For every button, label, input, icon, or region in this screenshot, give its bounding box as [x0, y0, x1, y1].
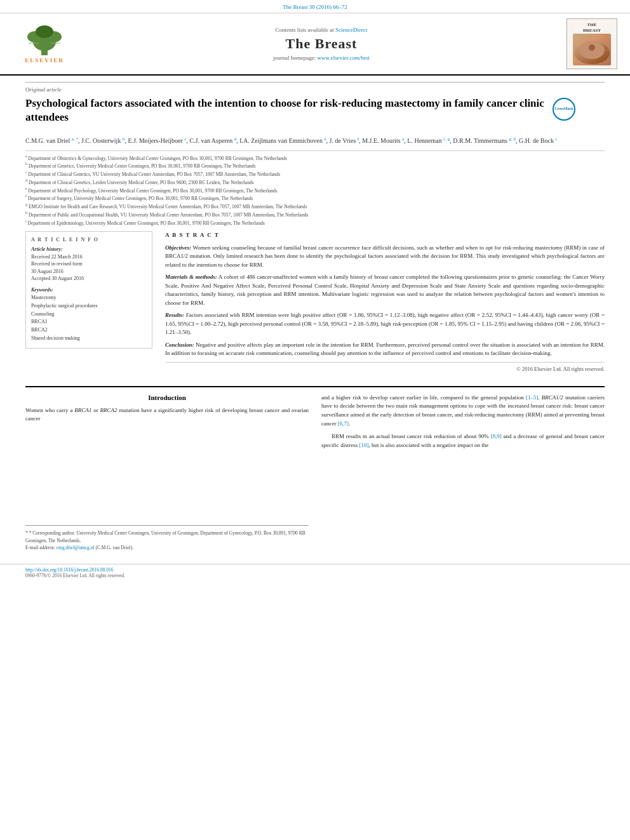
article-type: Original article [25, 82, 605, 93]
history-label: Article history: [31, 246, 147, 252]
abstract-objectives: Objectives: Women seeking counseling bec… [165, 244, 605, 270]
affil-h: Department of Public and Occupational He… [29, 211, 308, 217]
intro-heading: Introduction [25, 394, 309, 401]
affil-d: Department of Clinical Genetics, Leiden … [29, 179, 254, 185]
keyword-mastectomy: Mastectomy [31, 294, 147, 302]
homepage-link[interactable]: www.elsevier.com/brst [318, 55, 370, 61]
keyword-shared-decision: Shared decision making [31, 335, 147, 343]
article-info-abstract: A R T I C L E I N F O Article history: R… [25, 231, 605, 373]
abstract-title: A B S T R A C T [165, 231, 605, 240]
elsevier-logo: ELSEVIER [13, 24, 76, 63]
journal-title: The Breast [76, 36, 566, 52]
sciencedirect-link[interactable]: ScienceDirect [335, 27, 367, 33]
intro-left-col: Introduction Women who carry a BRCA1 or … [25, 394, 309, 552]
abstract-section: A B S T R A C T Objectives: Women seekin… [165, 231, 605, 373]
affil-e: Department of Medical Psychology, Univer… [29, 187, 278, 193]
journal-homepage: journal homepage: www.elsevier.com/brst [76, 55, 566, 61]
contents-line: Contents lists available at ScienceDirec… [76, 27, 566, 33]
authors-line: C.M.G. van Driel a, *, J.C. Oosterwijk b… [25, 136, 605, 146]
affiliations: a Department of Obstetrics & Gynecology,… [25, 150, 605, 227]
breast-logo-image [573, 34, 611, 65]
abstract-conclusion: Conclusion: Negative and positive affect… [165, 341, 605, 358]
abstract-results: Results: Factors associated with RRM int… [165, 311, 605, 337]
page: The Breast 30 (2016) 66–72 ELSEVIER Cont… [0, 0, 630, 840]
intro-text-left: Women who carry a BRCA1 or BRCA2 mutatio… [25, 406, 309, 424]
keyword-brca1: BRCA1 [31, 318, 147, 326]
intro-text-right: and a higher risk to develop cancer earl… [321, 394, 605, 451]
doi-link[interactable]: http://dx.doi.org/10.1016/j.breast.2016.… [25, 567, 113, 573]
corresponding-author-note: * * Corresponding author. University Med… [25, 530, 309, 544]
article-info-box: A R T I C L E I N F O Article history: R… [25, 231, 152, 349]
citation-text: The Breast 30 (2016) 66–72 [283, 4, 347, 10]
journal-citation: The Breast 30 (2016) 66–72 [0, 0, 630, 13]
received-date: Received 22 March 2016 [31, 253, 147, 260]
introduction-section: Introduction Women who carry a BRCA1 or … [0, 394, 630, 552]
copyright-line: © 2016 Elsevier Ltd. All rights reserved… [165, 362, 605, 373]
affil-a: Department of Obstetrics & Gynecology, U… [29, 155, 287, 161]
footnote-section: * * Corresponding author. University Med… [25, 525, 309, 551]
keywords-label: Keywords: [31, 287, 147, 293]
crossmark-badge: CrossMark [553, 98, 575, 121]
revised-date: Received in revised form30 August 2016 [31, 260, 147, 274]
affil-c: Department of Clinical Genetics, VU Univ… [29, 171, 281, 177]
article-info-title: A R T I C L E I N F O [31, 237, 147, 243]
accepted-date: Accepted 30 August 2016 [31, 275, 147, 282]
svg-point-9 [589, 44, 595, 51]
keyword-counseling: Counseling [31, 310, 147, 319]
abstract-methods: Materials & methods: A cohort of 486 can… [165, 273, 605, 307]
svg-point-4 [36, 25, 53, 38]
keyword-prophylactic: Prophylactic surgical procedures [31, 302, 147, 310]
affil-b: Department of Genetics, University Medic… [29, 163, 256, 169]
keyword-brca2: BRCA2 [31, 326, 147, 335]
affil-g: EMGO Institute for Health and Care Resea… [29, 204, 307, 210]
elsevier-tree-icon [22, 24, 67, 56]
bottom-bar: http://dx.doi.org/10.1016/j.breast.2016.… [0, 564, 630, 581]
article-title: Psychological factors associated with th… [25, 97, 546, 124]
keywords-section: Keywords: Mastectomy Prophylactic surgic… [31, 287, 147, 343]
article-body: Original article Psychological factors a… [0, 76, 630, 380]
journal-header: ELSEVIER Contents lists available at Sci… [0, 13, 630, 76]
affil-f: Department of Surgery, University Medica… [28, 196, 253, 201]
breast-logo-box: THEBREAST [566, 18, 617, 69]
abstract-column: A B S T R A C T Objectives: Women seekin… [165, 231, 605, 373]
journal-center: Contents lists available at ScienceDirec… [76, 27, 566, 61]
affil-i: Department of Epidemiology, University M… [28, 220, 265, 225]
section-divider [25, 386, 605, 387]
elsevier-label: ELSEVIER [25, 57, 64, 63]
article-info-column: A R T I C L E I N F O Article history: R… [25, 231, 152, 373]
issn-text: 0960-9776/© 2016 Elsevier Ltd. All right… [25, 573, 125, 578]
intro-right-col: and a higher risk to develop cancer earl… [321, 394, 605, 552]
email-footnote: E-mail address: cmg.driel@umcg.nl (C.M.G… [25, 544, 309, 551]
